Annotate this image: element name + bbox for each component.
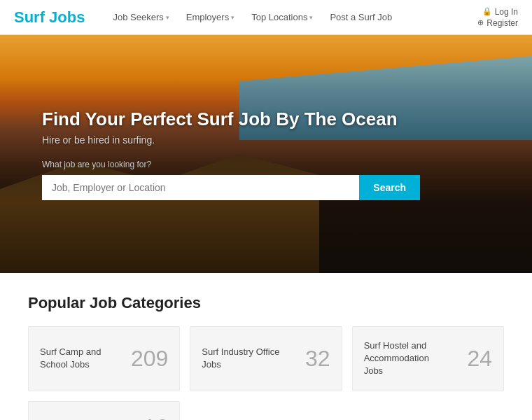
nav-job-seekers[interactable]: Job Seekers ▾ <box>106 8 176 27</box>
register-link[interactable]: ⊕ Register <box>477 18 518 28</box>
categories-section: Popular Job Categories Surf Camp and Sch… <box>0 273 532 420</box>
category-name: Surf Industry Office Jobs <box>202 346 286 371</box>
hero-search-bar: Search <box>42 175 420 200</box>
chevron-down-icon: ▾ <box>166 14 169 21</box>
chevron-down-icon: ▾ <box>231 14 234 21</box>
chevron-down-icon: ▾ <box>309 14 313 21</box>
category-card-hostel-jobs[interactable]: Surf Hostel and Accommodation Jobs 24 <box>352 326 504 391</box>
hero-search-label: What job are you looking for? <box>42 160 490 169</box>
plus-circle-icon: ⊕ <box>477 18 484 27</box>
hero-content: Find Your Perfect Surf Job By The Ocean … <box>42 108 490 200</box>
hero-subtitle: Hire or be hired in surfing. <box>42 134 490 146</box>
categories-title: Popular Job Categories <box>28 294 504 312</box>
nav-employers[interactable]: Employers ▾ <box>179 8 241 27</box>
brand-logo[interactable]: Surf Jobs <box>14 8 85 27</box>
nav-links: Job Seekers ▾ Employers ▾ Top Locations … <box>106 8 477 27</box>
category-count: 209 <box>131 346 168 372</box>
search-input[interactable] <box>42 175 359 200</box>
hero-section: Find Your Perfect Surf Job By The Ocean … <box>0 35 532 273</box>
hero-title: Find Your Perfect Surf Job By The Ocean <box>42 108 490 130</box>
auth-section: 🔒 Log In ⊕ Register <box>477 7 518 28</box>
categories-grid: Surf Camp and School Jobs 209 Surf Indus… <box>28 326 504 420</box>
login-link[interactable]: 🔒 Log In <box>482 7 518 17</box>
search-button[interactable]: Search <box>359 175 420 200</box>
nav-top-locations[interactable]: Top Locations ▾ <box>244 8 320 27</box>
nav-post-job[interactable]: Post a Surf Job <box>323 8 399 27</box>
category-count: 24 <box>467 346 492 372</box>
category-card-office-jobs[interactable]: Surf Industry Office Jobs 32 <box>190 326 342 391</box>
category-count: 32 <box>305 346 330 372</box>
category-name: Surf Camp and School Jobs <box>40 346 124 371</box>
category-card-surf-camp[interactable]: Surf Camp and School Jobs 209 <box>28 326 180 391</box>
category-card-shop-jobs[interactable]: Surf Shop Jobs 16 <box>28 401 180 420</box>
category-name: Surf Hostel and Accommodation Jobs <box>364 340 448 378</box>
navbar: Surf Jobs Job Seekers ▾ Employers ▾ Top … <box>0 0 532 35</box>
category-count: 16 <box>144 414 169 420</box>
lock-icon: 🔒 <box>482 7 492 16</box>
